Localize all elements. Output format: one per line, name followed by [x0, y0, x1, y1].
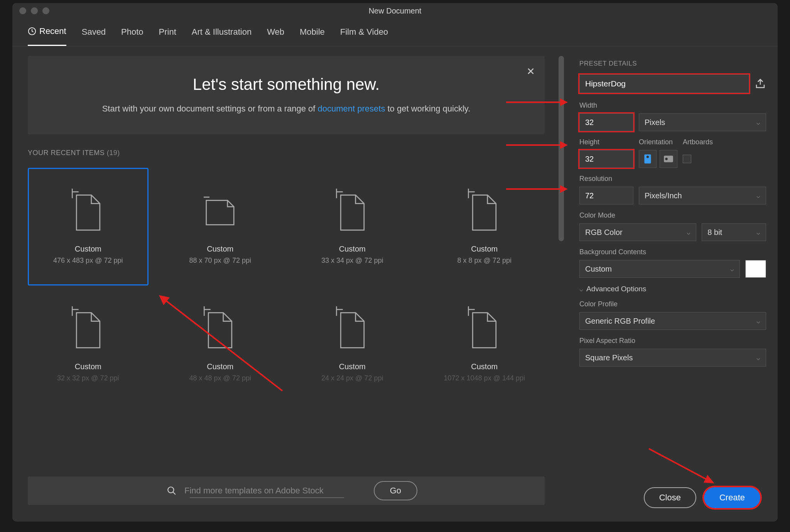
resolution-units-select[interactable]: Pixels/Inch ⌵	[639, 187, 766, 204]
tab-print[interactable]: Print	[159, 26, 176, 46]
background-select[interactable]: Custom ⌵	[579, 260, 740, 278]
tab-saved[interactable]: Saved	[82, 26, 106, 46]
preset-item[interactable]: Custom 1072 x 1048 px @ 144 ppi	[424, 285, 545, 403]
preset-name: Custom	[75, 362, 101, 371]
preset-details-pane: PRESET DETAILS Width Pixels ⌵ Height	[564, 46, 778, 515]
chevron-down-icon: ⌵	[756, 318, 760, 325]
tab-film[interactable]: Film & Video	[340, 26, 388, 46]
search-icon	[167, 486, 177, 496]
color-mode-select[interactable]: RGB Color ⌵	[579, 223, 696, 241]
recent-label-text: YOUR RECENT ITEMS	[28, 149, 105, 157]
close-window-icon[interactable]	[19, 7, 26, 14]
document-icon	[204, 189, 236, 231]
chevron-down-icon: ⌵	[756, 192, 760, 199]
document-icon	[72, 189, 105, 231]
orientation-portrait-button[interactable]	[639, 150, 657, 168]
preset-name: Custom	[75, 245, 101, 253]
preset-dims: 476 x 483 px @ 72 ppi	[53, 257, 123, 265]
scrollbar[interactable]	[559, 56, 564, 241]
background-color-swatch[interactable]	[745, 260, 766, 278]
dialog-footer: Close Create	[644, 487, 760, 508]
background-value: Custom	[585, 265, 612, 274]
color-profile-value: Generic RGB Profile	[585, 317, 655, 326]
svg-line-18	[173, 492, 176, 495]
window-title: New Document	[12, 7, 778, 15]
hero-text-after: to get working quickly.	[385, 104, 470, 113]
preset-item[interactable]: Custom 33 x 34 px @ 72 ppi	[292, 168, 413, 285]
preset-name: Custom	[471, 362, 498, 371]
bit-depth-value: 8 bit	[707, 228, 722, 237]
preset-name: Custom	[339, 362, 366, 371]
pixel-aspect-select[interactable]: Square Pixels ⌵	[579, 349, 766, 366]
svg-point-22	[665, 158, 667, 160]
height-label: Height	[579, 138, 633, 146]
preset-name: Custom	[339, 245, 366, 253]
tab-recent[interactable]: Recent	[28, 26, 66, 46]
document-name-input[interactable]	[579, 74, 749, 93]
resolution-input[interactable]	[579, 187, 633, 204]
preset-item[interactable]: Custom 24 x 24 px @ 72 ppi	[292, 285, 413, 403]
go-button[interactable]: Go	[374, 481, 417, 500]
document-icon	[468, 306, 501, 349]
preset-details-header: PRESET DETAILS	[579, 60, 766, 68]
maximize-window-icon[interactable]	[42, 7, 49, 14]
artboards-checkbox[interactable]	[683, 155, 691, 163]
height-input[interactable]	[579, 150, 633, 168]
titlebar: New Document	[12, 3, 778, 19]
create-button[interactable]: Create	[704, 487, 760, 508]
preset-item[interactable]: Custom 48 x 48 px @ 72 ppi	[160, 285, 281, 403]
color-profile-label: Color Profile	[579, 300, 766, 308]
recent-count: (19)	[107, 149, 120, 157]
preset-dims: 48 x 48 px @ 72 ppi	[189, 374, 251, 382]
preset-item[interactable]: Custom 88 x 70 px @ 72 ppi	[160, 168, 281, 285]
chevron-down-icon: ⌵	[756, 119, 760, 126]
preset-name: Custom	[207, 245, 233, 253]
minimize-window-icon[interactable]	[31, 7, 38, 14]
chevron-down-icon: ⌵	[756, 229, 760, 236]
hero-banner: ✕ Let's start something new. Start with …	[28, 56, 545, 134]
chevron-down-icon: ⌵	[756, 354, 760, 361]
export-icon[interactable]	[755, 78, 766, 90]
width-label: Width	[579, 101, 766, 110]
left-pane: ✕ Let's start something new. Start with …	[12, 46, 564, 515]
svg-point-20	[647, 155, 649, 158]
search-input[interactable]	[184, 486, 366, 496]
orientation-landscape-button[interactable]	[660, 150, 677, 168]
document-icon	[204, 306, 236, 349]
bit-depth-select[interactable]: 8 bit ⌵	[702, 223, 766, 241]
new-document-dialog: New Document Recent Saved Photo Print Ar…	[12, 3, 778, 522]
tab-web[interactable]: Web	[267, 26, 284, 46]
preset-dims: 32 x 32 px @ 72 ppi	[57, 374, 119, 382]
close-icon[interactable]: ✕	[527, 66, 535, 78]
preset-name: Custom	[207, 362, 233, 371]
width-input[interactable]	[579, 113, 633, 131]
color-profile-select[interactable]: Generic RGB Profile ⌵	[579, 312, 766, 330]
preset-item[interactable]: Custom 8 x 8 px @ 72 ppi	[424, 168, 545, 285]
preset-dims: 8 x 8 px @ 72 ppi	[457, 257, 511, 265]
tab-photo[interactable]: Photo	[121, 26, 143, 46]
recent-items-label: YOUR RECENT ITEMS (19)	[28, 149, 556, 157]
tab-mobile[interactable]: Mobile	[300, 26, 325, 46]
document-presets-link[interactable]: document presets	[318, 104, 385, 113]
preset-dims: 1072 x 1048 px @ 144 ppi	[444, 374, 525, 382]
chevron-down-icon: ⌵	[730, 265, 734, 273]
tab-art[interactable]: Art & Illustration	[192, 26, 252, 46]
chevron-down-icon: ⌵	[579, 285, 583, 293]
window-controls	[12, 7, 49, 14]
preset-name: Custom	[471, 245, 498, 253]
document-icon	[72, 306, 105, 349]
clock-icon	[28, 27, 36, 35]
hero-text: Start with your own document settings or…	[93, 102, 479, 115]
category-tabs: Recent Saved Photo Print Art & Illustrat…	[12, 19, 778, 46]
orientation-label: Orientation	[639, 138, 677, 146]
units-select[interactable]: Pixels ⌵	[639, 113, 766, 131]
document-icon	[336, 306, 369, 349]
preset-item[interactable]: Custom 32 x 32 px @ 72 ppi	[28, 285, 149, 403]
scrollbar-thumb[interactable]	[559, 56, 564, 241]
close-button[interactable]: Close	[644, 487, 696, 508]
units-value: Pixels	[645, 118, 665, 127]
preset-item[interactable]: Custom 476 x 483 px @ 72 ppi	[28, 168, 149, 285]
stock-search-bar: Go	[28, 476, 545, 505]
advanced-options-toggle[interactable]: ⌵ Advanced Options	[579, 285, 766, 293]
artboards-label: Artboards	[683, 138, 713, 146]
